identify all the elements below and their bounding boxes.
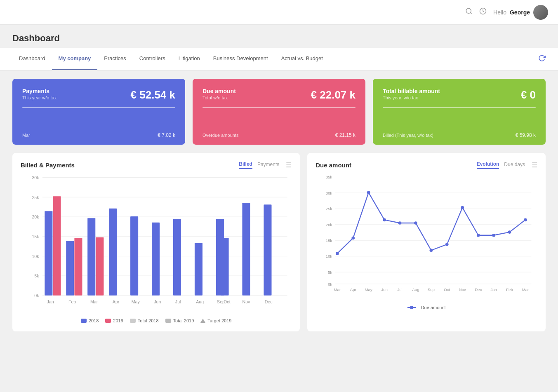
tab-billed[interactable]: Billed bbox=[239, 161, 252, 169]
legend-target-2019-label: Target 2019 bbox=[207, 318, 231, 323]
kpi-due-bottom-label: Overdue amounts bbox=[202, 133, 238, 138]
svg-rect-17 bbox=[45, 211, 52, 296]
billed-payments-title: Billed & Payments bbox=[21, 162, 75, 169]
svg-text:15k: 15k bbox=[326, 238, 332, 243]
header-icons: Hello George bbox=[465, 5, 548, 20]
svg-text:Mar: Mar bbox=[522, 287, 529, 292]
svg-text:Oct: Oct bbox=[444, 287, 450, 292]
header: Hello George bbox=[0, 0, 558, 25]
billed-payments-svg: 30k 25k 20k 15k 10k 5k 0k bbox=[21, 173, 292, 313]
tab-controllers[interactable]: Controllers bbox=[133, 48, 172, 70]
kpi-due-label: Due amount bbox=[202, 88, 236, 94]
tab-practices[interactable]: Practices bbox=[97, 48, 132, 70]
tab-payments[interactable]: Payments bbox=[257, 162, 279, 169]
legend-total-2019-label: Total 2019 bbox=[173, 318, 194, 323]
svg-text:0k: 0k bbox=[34, 293, 39, 298]
svg-point-0 bbox=[466, 8, 471, 13]
kpi-due-bottom: Overdue amounts € 21.15 k bbox=[202, 132, 356, 138]
svg-point-73 bbox=[508, 230, 511, 234]
svg-point-67 bbox=[414, 221, 417, 225]
refresh-icon[interactable] bbox=[538, 54, 546, 63]
legend-2018: 2018 bbox=[81, 318, 99, 323]
due-amount-menu-icon[interactable]: ☰ bbox=[532, 161, 537, 169]
svg-rect-26 bbox=[173, 219, 181, 296]
svg-text:25k: 25k bbox=[326, 207, 332, 211]
search-icon[interactable] bbox=[465, 7, 473, 17]
svg-text:30k: 30k bbox=[326, 191, 332, 195]
tab-actual-vs-budget[interactable]: Actual vs. Budget bbox=[275, 48, 330, 70]
page-title: Dashboard bbox=[12, 33, 546, 44]
kpi-billable-label: Total billable amount bbox=[383, 88, 440, 94]
legend-due-amount: Due amount bbox=[407, 305, 446, 310]
svg-text:Jun: Jun bbox=[154, 299, 161, 304]
main-content: Payments This year w/o tax € 52.54 k Mar… bbox=[0, 70, 558, 340]
kpi-payments-sublabel: This year w/o tax bbox=[22, 95, 57, 100]
kpi-payments-value: € 52.54 k bbox=[131, 89, 175, 101]
kpi-row: Payments This year w/o tax € 52.54 k Mar… bbox=[12, 79, 546, 145]
billed-payments-chart-wrap: 30k 25k 20k 15k 10k 5k 0k bbox=[21, 173, 292, 314]
svg-point-70 bbox=[461, 206, 464, 209]
user-name: George bbox=[510, 9, 530, 16]
kpi-payments: Payments This year w/o tax € 52.54 k Mar… bbox=[12, 79, 185, 145]
svg-text:Jan: Jan bbox=[491, 287, 497, 292]
tabs-list: Dashboard My company Practices Controlle… bbox=[12, 48, 538, 70]
svg-point-74 bbox=[524, 218, 527, 221]
kpi-billable-value: € 0 bbox=[521, 89, 536, 101]
svg-text:Nov: Nov bbox=[243, 299, 251, 304]
tab-dashboard[interactable]: Dashboard bbox=[12, 48, 52, 70]
due-amount-title: Due amount bbox=[315, 162, 351, 169]
svg-rect-19 bbox=[66, 241, 74, 296]
svg-text:35k: 35k bbox=[326, 175, 332, 179]
legend-due-amount-icon bbox=[407, 305, 419, 310]
svg-rect-32 bbox=[242, 203, 250, 296]
clock-icon[interactable] bbox=[479, 7, 487, 17]
billed-payments-tabs: Billed Payments bbox=[239, 161, 279, 169]
legend-due-amount-label: Due amount bbox=[421, 305, 446, 310]
svg-text:Jul: Jul bbox=[175, 299, 181, 304]
billed-payments-menu-icon[interactable]: ☰ bbox=[286, 161, 292, 169]
svg-text:Jan: Jan bbox=[47, 299, 54, 304]
tab-business-development[interactable]: Business Development bbox=[207, 48, 275, 70]
svg-text:Apr: Apr bbox=[350, 287, 357, 292]
kpi-payments-bottom-value: € 7.02 k bbox=[158, 132, 175, 138]
svg-rect-18 bbox=[53, 196, 61, 296]
svg-rect-27 bbox=[195, 243, 202, 296]
hello-label: Hello bbox=[493, 9, 506, 16]
tab-due-days[interactable]: Due days bbox=[504, 162, 525, 169]
svg-text:10k: 10k bbox=[32, 254, 39, 259]
svg-text:20k: 20k bbox=[32, 214, 39, 219]
legend-total-2018-color bbox=[130, 319, 136, 323]
svg-rect-21 bbox=[87, 218, 95, 296]
svg-rect-20 bbox=[74, 238, 82, 296]
svg-point-69 bbox=[445, 243, 449, 246]
svg-line-1 bbox=[471, 12, 472, 14]
kpi-payments-bottom-label: Mar bbox=[22, 133, 30, 138]
due-amount-legend: Due amount bbox=[315, 305, 537, 310]
svg-text:Feb: Feb bbox=[68, 299, 76, 304]
kpi-billable-sublabel: This year, w/o tax bbox=[383, 95, 440, 100]
legend-target-2019: Target 2019 bbox=[200, 318, 231, 323]
svg-point-62 bbox=[336, 252, 339, 255]
svg-text:Mar: Mar bbox=[334, 287, 341, 292]
svg-text:May: May bbox=[132, 299, 140, 304]
svg-point-89 bbox=[410, 306, 413, 309]
avatar-image bbox=[533, 5, 548, 20]
svg-rect-25 bbox=[152, 223, 160, 296]
legend-total-2018: Total 2018 bbox=[130, 318, 159, 323]
svg-text:Nov: Nov bbox=[459, 287, 466, 292]
svg-rect-24 bbox=[130, 216, 138, 296]
billed-payments-legend: 2018 2019 Total 2018 Total 2019 Target 2… bbox=[21, 318, 292, 323]
svg-text:Sep: Sep bbox=[428, 287, 435, 292]
due-amount-svg: 35k 30k 25k 20k 15k 10k 5k 0k bbox=[315, 173, 537, 300]
tab-litigation[interactable]: Litigation bbox=[172, 48, 207, 70]
svg-text:Oct: Oct bbox=[224, 299, 231, 304]
svg-text:May: May bbox=[365, 287, 372, 292]
tab-my-company[interactable]: My company bbox=[52, 48, 98, 70]
charts-row: Billed & Payments Billed Payments ☰ bbox=[12, 153, 546, 331]
svg-text:10k: 10k bbox=[326, 254, 332, 258]
svg-text:Aug: Aug bbox=[196, 299, 204, 304]
due-amount-tabs: Evolution Due days bbox=[477, 161, 525, 169]
tab-evolution[interactable]: Evolution bbox=[477, 161, 499, 169]
svg-rect-22 bbox=[96, 237, 104, 296]
page-title-bar: Dashboard bbox=[0, 25, 558, 48]
